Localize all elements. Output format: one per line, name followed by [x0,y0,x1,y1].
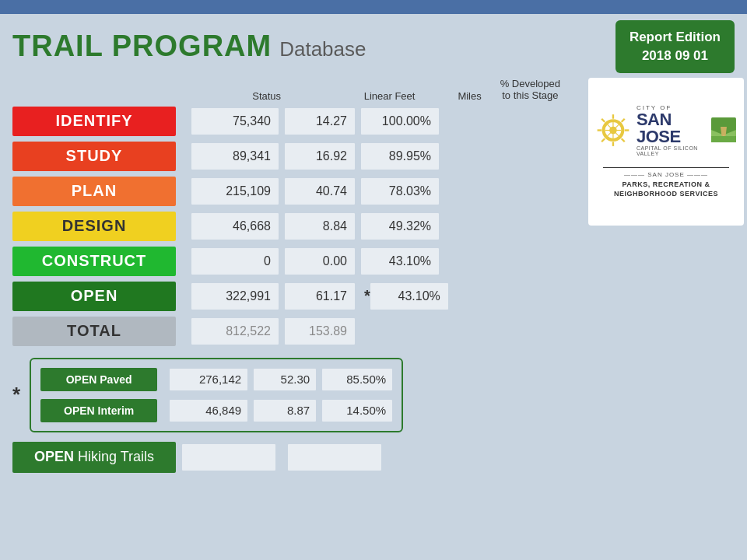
sj-text-area: CITY OF SAN JOSE CAPITAL OF SILICON VALL… [637,104,705,156]
top-section: Status Linear Feet Miles % Developed to … [12,78,735,350]
table-row: OPEN322,99161.17 *43.10% [12,280,573,313]
sub-pct-cell: 85.50% [322,369,392,390]
table-row: IDENTIFY75,34014.27100.00% [12,105,573,138]
top-bar [0,0,747,14]
status-label: STUDY [66,147,123,165]
landscape-icon [711,114,736,145]
report-badge: Report Edition 2018 09 01 [615,20,735,73]
status-label: DESIGN [62,217,127,235]
sj-capital: CAPITAL OF SILICON VALLEY [637,145,705,156]
status-cell-identify: IDENTIFY [12,107,176,136]
table-row: PLAN215,10940.7478.03% [12,175,573,208]
sj-parks-text: PARKS, RECREATION & NEIGHBORHOOD SERVICE… [614,180,718,199]
linear-feet-cell: 0 [191,248,279,275]
miles-wrapper: 8.84 [285,213,361,240]
sub-rows: OPEN Paved276,14252.3085.50%OPEN Interim… [40,366,392,425]
sub-linear-cell: 276,142 [170,369,247,390]
sub-row: OPEN Interim46,8498.8714.50% [40,397,392,425]
sj-logo-top: CITY OF SAN JOSE CAPITAL OF SILICON VALL… [596,104,736,156]
pct-cell: 43.10% [361,248,439,275]
sub-pct-cell: 14.50% [322,400,392,422]
linear-feet-cell: 89,341 [191,143,279,170]
svg-line-6 [622,138,625,142]
asterisk-label: * [12,383,20,407]
parks-line1: PARKS, RECREATION & [614,180,718,190]
miles-cell: 16.92 [285,143,355,170]
pct-col-header: % Developed to this Stage [488,78,573,102]
pct-cell: 49.32% [361,213,439,240]
linear-feet-col-header: Linear Feet [342,90,421,102]
column-headers: Status Linear Feet Miles % Developed to … [12,78,573,102]
pct-line1: % Developed [488,78,573,90]
sj-sunburst-icon [596,109,630,152]
parks-line2: NEIGHBORHOOD SERVICES [614,189,718,199]
status-cell-open: OPEN [12,282,176,311]
sub-miles-cell: 8.87 [254,400,316,422]
hiking-bold: OPEN [34,449,74,464]
table-row: DESIGN46,6688.8449.32% [12,210,573,243]
svg-line-8 [601,138,605,142]
sub-linear-cell: 46,849 [170,400,247,422]
linear-feet-cell: 322,991 [191,283,279,310]
hiking-cell-miles [288,444,381,471]
svg-line-5 [601,118,605,121]
main-content: Status Linear Feet Miles % Developed to … [0,78,747,473]
linear-feet-cell: 75,340 [191,108,279,135]
pct-cell: 78.03% [361,178,439,205]
linear-feet-cell: 215,109 [191,178,279,205]
miles-wrapper: 40.74 [285,178,361,205]
hiking-section: OPEN Hiking Trails [12,442,735,473]
title-area: TRAIL PROGRAM Database [12,30,366,63]
miles-cell: 61.17 [285,283,355,310]
sj-parks-name: ——— SAN JOSE ——— [624,171,708,178]
miles-cell: 40.74 [285,178,355,205]
svg-line-7 [622,118,625,121]
pct-cell: 100.00% [361,108,439,135]
status-cell-plan: PLAN [12,177,176,206]
table-row: TOTAL812,522153.89 [12,315,573,348]
miles-col-header: Miles [421,90,487,102]
report-line1: Report Edition [630,28,721,47]
status-label: CONSTRUCT [42,252,147,270]
miles-wrapper: 153.89 [285,318,361,345]
hiking-status: OPEN Hiking Trails [12,442,176,473]
table-row: STUDY89,34116.9289.95% [12,140,573,173]
status-label: TOTAL [67,322,121,340]
pct-cell: 89.95% [361,143,439,170]
report-line2: 2018 09 01 [630,47,721,65]
status-cell-construct: CONSTRUCT [12,247,176,276]
miles-wrapper: 0.00 [285,248,361,275]
sj-divider [603,167,729,168]
star-marker: * [364,287,370,305]
svg-point-14 [609,126,617,134]
miles-cell: 0.00 [285,248,355,275]
status-label: OPEN [71,287,118,305]
miles-wrapper: 61.17 * [285,283,370,310]
status-cell-total: TOTAL [12,317,176,346]
hiking-cell-linear [182,444,275,471]
sub-table-box: OPEN Paved276,14252.3085.50%OPEN Interim… [30,358,403,432]
miles-wrapper: 16.92 [285,143,361,170]
status-cell-study: STUDY [12,142,176,171]
hiking-label: OPEN Hiking Trails [34,449,154,465]
status-label: PLAN [72,182,117,200]
pct-cell: 43.10% [370,283,448,310]
sub-status-0: OPEN Paved [40,368,157,391]
miles-cell: 8.84 [285,213,355,240]
linear-feet-cell: 812,522 [191,318,279,345]
header: TRAIL PROGRAM Database Report Edition 20… [0,14,747,78]
pct-line2: to this Stage [488,89,573,102]
sj-name: SAN JOSE [637,111,705,145]
miles-cell: 153.89 [285,318,355,345]
title-main: TRAIL PROGRAM [12,30,272,63]
sub-miles-cell: 52.30 [254,369,316,390]
status-cell-design: DESIGN [12,212,176,241]
sub-row: OPEN Paved276,14252.3085.50% [40,366,392,394]
table-rows: IDENTIFY75,34014.27100.00%STUDY89,34116.… [12,105,573,348]
table-row: CONSTRUCT00.0043.10% [12,245,573,278]
miles-cell: 14.27 [285,108,355,135]
linear-feet-cell: 46,668 [191,213,279,240]
status-label: IDENTIFY [55,112,132,130]
sub-status-1: OPEN Interim [40,399,157,422]
status-col-header: Status [191,90,342,102]
